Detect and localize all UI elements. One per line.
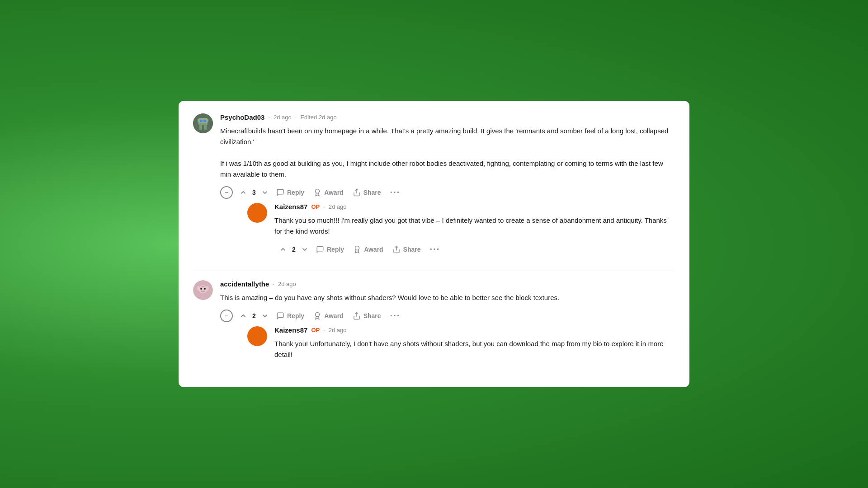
- reply-button-1[interactable]: Reply: [273, 186, 308, 199]
- award-button-1[interactable]: Award: [310, 186, 347, 199]
- svg-rect-8: [204, 125, 207, 130]
- svg-rect-2: [200, 120, 203, 122]
- vote-count-1: 3: [251, 189, 257, 196]
- vote-section-2: 2: [237, 310, 271, 322]
- edited-1: Edited 2d ago: [300, 114, 336, 121]
- reply-vote-count-1: 2: [291, 246, 297, 253]
- more-options-button-1[interactable]: ···: [387, 185, 404, 199]
- comment-2-body: accidentallythe · 2d ago This is amazing…: [220, 280, 675, 369]
- svg-rect-4: [199, 123, 207, 125]
- svg-point-15: [200, 288, 202, 290]
- reply-button-2[interactable]: Reply: [273, 309, 308, 323]
- svg-point-16: [204, 288, 206, 290]
- reply-1-header: Kaizens87 OP · 2d ago: [274, 203, 675, 211]
- comment-2-header: accidentallythe · 2d ago: [220, 280, 675, 288]
- award-button-2[interactable]: Award: [310, 309, 347, 323]
- reply-2-header: Kaizens87 OP · 2d ago: [274, 326, 675, 334]
- reply-more-button-1[interactable]: ···: [426, 242, 444, 256]
- reply-1-text: Thank you so much!!! I'm really glad you…: [274, 215, 675, 237]
- comment-2-text: This is amazing – do you have any shots …: [220, 292, 675, 303]
- comment-divider: [193, 271, 675, 271]
- reply-2-body: Kaizens87 OP · 2d ago Thank you! Unfortu…: [274, 326, 675, 366]
- comment-1-header: PsychoDad03 · 2d ago · Edited 2d ago: [220, 113, 675, 121]
- comment-1-body: PsychoDad03 · 2d ago · Edited 2d ago Min…: [220, 113, 675, 262]
- reply-downvote-button-1[interactable]: [299, 244, 311, 255]
- svg-rect-3: [203, 120, 206, 122]
- svg-point-21: [316, 312, 320, 316]
- svg-point-19: [206, 286, 209, 291]
- svg-point-20: [202, 286, 204, 287]
- reply-username-1[interactable]: Kaizens87: [274, 203, 307, 211]
- share-button-1[interactable]: Share: [349, 186, 385, 199]
- downvote-button-2[interactable]: [259, 310, 271, 322]
- reply-1: Kaizens87 OP · 2d ago Thank you so much!…: [247, 203, 675, 258]
- svg-rect-7: [199, 125, 202, 130]
- svg-point-11: [355, 246, 359, 250]
- comment-2-actions: − 2: [220, 309, 675, 323]
- upvote-button-1[interactable]: [237, 187, 249, 198]
- more-options-button-2[interactable]: ···: [387, 309, 404, 323]
- reply-timestamp-1: 2d ago: [329, 203, 347, 210]
- reply-upvote-button-1[interactable]: [277, 244, 289, 255]
- reply-2-text: Thank you! Unfortunately, I don't have a…: [274, 338, 675, 360]
- svg-point-9: [316, 189, 320, 193]
- avatar-kaizens87-2: [247, 326, 267, 346]
- comment-1-actions: − 3: [220, 185, 675, 199]
- upvote-button-2[interactable]: [237, 310, 249, 322]
- svg-rect-5: [198, 119, 199, 122]
- reply-reply-button-1[interactable]: Reply: [312, 243, 348, 256]
- svg-rect-6: [207, 119, 208, 122]
- share-button-2[interactable]: Share: [349, 309, 385, 323]
- reply-username-2[interactable]: Kaizens87: [274, 326, 307, 334]
- avatar-accidentallythe: [193, 280, 213, 300]
- reply-1-body: Kaizens87 OP · 2d ago Thank you so much!…: [274, 203, 675, 258]
- reply-timestamp-2: 2d ago: [329, 327, 347, 333]
- collapse-button-1[interactable]: −: [220, 186, 233, 199]
- vote-section-1: 3: [237, 187, 271, 198]
- vote-count-2: 2: [251, 312, 257, 319]
- reply-vote-section-1: 2: [277, 244, 311, 255]
- op-badge-2: OP: [311, 327, 320, 333]
- username-psychodad03[interactable]: PsychoDad03: [220, 113, 264, 121]
- op-badge-1: OP: [311, 203, 320, 210]
- svg-point-18: [197, 286, 200, 291]
- reply-share-button-1[interactable]: Share: [389, 243, 425, 256]
- reply-1-actions: 2 Reply: [274, 242, 675, 256]
- collapse-button-2[interactable]: −: [220, 310, 233, 322]
- timestamp-1: 2d ago: [274, 114, 292, 121]
- reply-award-button-1[interactable]: Award: [349, 243, 387, 256]
- downvote-button-1[interactable]: [259, 187, 271, 198]
- timestamp-2: 2d ago: [278, 281, 296, 287]
- comments-card: PsychoDad03 · 2d ago · Edited 2d ago Min…: [179, 101, 689, 387]
- avatar-psychodad03: [193, 113, 213, 133]
- reply-2: Kaizens87 OP · 2d ago Thank you! Unfortu…: [247, 326, 675, 366]
- svg-point-17: [201, 291, 205, 292]
- username-accidentallythe[interactable]: accidentallythe: [220, 280, 269, 288]
- comment-1-text: Minecraftbuilds hasn't been on my homepa…: [220, 126, 675, 180]
- comment-1: PsychoDad03 · 2d ago · Edited 2d ago Min…: [193, 113, 675, 262]
- avatar-kaizens87-1: [247, 203, 267, 223]
- comment-2: accidentallythe · 2d ago This is amazing…: [193, 280, 675, 369]
